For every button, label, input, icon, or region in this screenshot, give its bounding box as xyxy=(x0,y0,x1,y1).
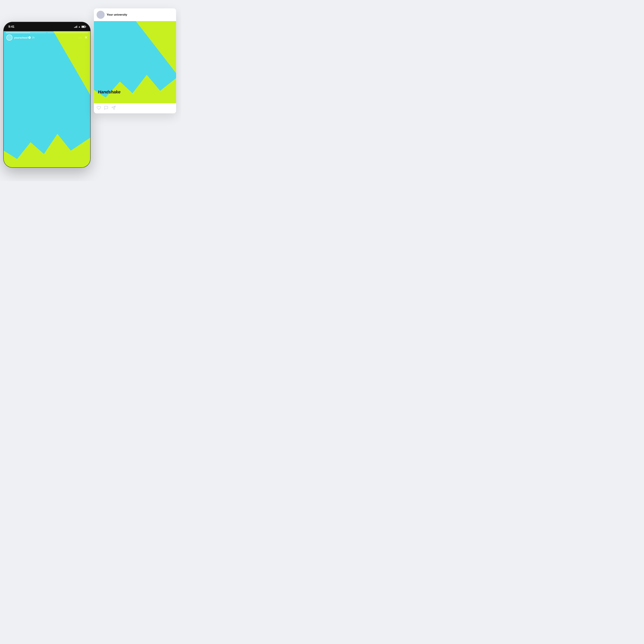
close-icon[interactable]: ✕ xyxy=(85,35,88,40)
svg-marker-0 xyxy=(4,134,90,167)
comment-button[interactable] xyxy=(104,106,108,111)
story-avatar xyxy=(6,35,12,41)
story-actions: ··· ✕ xyxy=(78,35,88,40)
phone-statusbar: 9:41 ▲ xyxy=(4,22,90,31)
handshake-logo: Handshake xyxy=(98,89,120,95)
scene: 9:41 ▲ xyxy=(0,0,181,181)
story-header: yourschool ✦ 2h ··· ✕ xyxy=(4,35,90,41)
battery-icon xyxy=(82,26,86,28)
ig-actions xyxy=(94,103,176,113)
status-time: 9:41 xyxy=(8,25,14,29)
story-progress xyxy=(4,31,90,33)
ig-avatar xyxy=(97,11,105,19)
ig-header: Your university xyxy=(94,8,176,21)
more-options-icon[interactable]: ··· xyxy=(78,36,82,39)
progress-segment-1 xyxy=(6,33,47,33)
progress-segment-2 xyxy=(47,33,88,33)
phone-mockup: 9:41 ▲ xyxy=(3,22,91,168)
ig-bottom-zigzag xyxy=(94,66,176,103)
story-username: yourschool ✦ 2h xyxy=(14,36,77,39)
ig-image: Handshake xyxy=(94,21,176,103)
phone-story: yourschool ✦ 2h ··· ✕ xyxy=(4,31,90,167)
verified-badge: ✦ xyxy=(28,36,31,39)
story-shapes xyxy=(4,31,90,167)
top-right-triangle xyxy=(53,31,90,95)
story-time: 2h xyxy=(32,36,35,39)
instagram-card: Your university Handshake xyxy=(94,8,176,113)
bottom-zigzag xyxy=(4,124,90,167)
wifi-icon: ▲ xyxy=(78,25,81,28)
status-icons: ▲ xyxy=(74,25,86,28)
share-button[interactable] xyxy=(111,106,116,111)
signal-icon xyxy=(74,25,77,28)
like-button[interactable] xyxy=(97,106,101,111)
ig-top-triangle xyxy=(136,21,176,73)
ig-username: Your university xyxy=(107,13,127,16)
svg-marker-1 xyxy=(94,75,176,103)
